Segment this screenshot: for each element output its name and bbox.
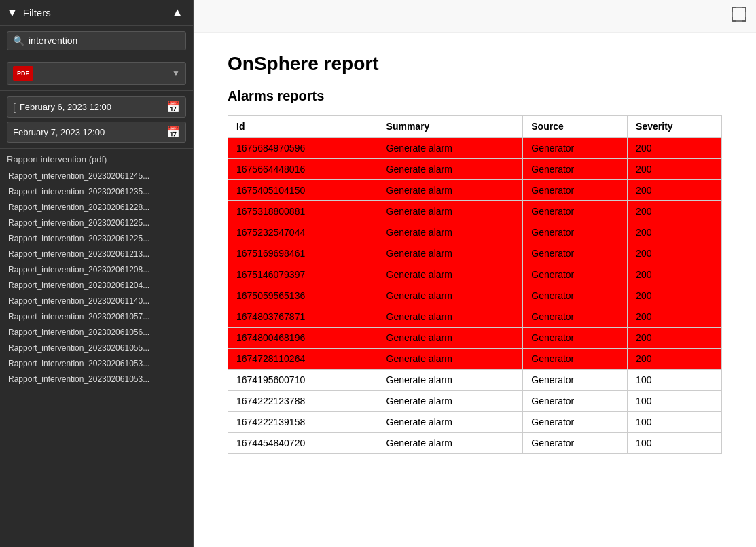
file-item[interactable]: Rapport_intervention_202302061053... xyxy=(7,372,186,387)
table-header-severity: Severity xyxy=(628,116,722,138)
search-input[interactable] xyxy=(29,35,180,46)
cell-source: Generator xyxy=(523,243,628,264)
cell-id: 1675146079397 xyxy=(228,264,378,285)
cell-summary: Generate alarm xyxy=(378,243,523,264)
table-row: 1675232547044Generate alarmGenerator200 xyxy=(228,222,722,243)
cell-source: Generator xyxy=(523,222,628,243)
cell-severity: 200 xyxy=(628,349,722,370)
date-from-value: February 6, 2023 12:00 xyxy=(20,102,111,112)
table-row: 1675664448016Generate alarmGenerator200 xyxy=(228,159,722,180)
cell-source: Generator xyxy=(523,349,628,370)
cell-severity: 100 xyxy=(628,433,722,454)
cell-source: Generator xyxy=(523,201,628,222)
table-row: 1674728110264Generate alarmGenerator200 xyxy=(228,349,722,370)
sidebar-header: ▼ Filters ▲ xyxy=(0,0,193,26)
cell-severity: 200 xyxy=(628,201,722,222)
table-header-source: Source xyxy=(523,116,628,138)
table-row: 1674803767871Generate alarmGenerator200 xyxy=(228,306,722,328)
collapse-button[interactable]: ▲ xyxy=(168,4,186,21)
sidebar: ▼ Filters ▲ 🔍 PDF ▼ [ February 6, 2023 1… xyxy=(0,0,194,547)
search-box: 🔍 xyxy=(7,31,186,50)
section-title: Alarms reports xyxy=(228,88,722,104)
cell-source: Generator xyxy=(523,391,628,412)
cell-source: Generator xyxy=(523,180,628,201)
cell-source: Generator xyxy=(523,433,628,454)
filters-label: Filters xyxy=(23,7,51,18)
search-icon: 🔍 xyxy=(13,35,24,46)
date-to-left: February 7, 2023 12:00 xyxy=(13,127,105,137)
date-from-left: [ February 6, 2023 12:00 xyxy=(13,102,111,113)
file-list-section: Rapport intervention (pdf) Rapport_inter… xyxy=(0,149,193,389)
cell-summary: Generate alarm xyxy=(378,370,523,391)
date-to-value: February 7, 2023 12:00 xyxy=(13,127,105,137)
cell-id: 1674800468196 xyxy=(228,328,378,349)
file-item[interactable]: Rapport_intervention_202302061208... xyxy=(7,262,186,277)
cell-source: Generator xyxy=(523,138,628,159)
cell-summary: Generate alarm xyxy=(378,180,523,201)
format-dropdown[interactable]: PDF ▼ xyxy=(7,62,186,85)
cell-summary: Generate alarm xyxy=(378,138,523,159)
file-item[interactable]: Rapport_intervention_202302061140... xyxy=(7,294,186,308)
table-row: 1675405104150Generate alarmGenerator200 xyxy=(228,180,722,201)
file-item[interactable]: Rapport_intervention_202302061235... xyxy=(7,184,186,199)
cell-severity: 200 xyxy=(628,138,722,159)
expand-button[interactable] xyxy=(729,5,749,27)
file-item[interactable]: Rapport_intervention_202302061225... xyxy=(7,231,186,246)
cell-id: 1675059565136 xyxy=(228,285,378,306)
cell-summary: Generate alarm xyxy=(378,391,523,412)
cell-summary: Generate alarm xyxy=(378,222,523,243)
cell-id: 1674803767871 xyxy=(228,306,378,328)
cell-id: 1674454840720 xyxy=(228,433,378,454)
cell-severity: 200 xyxy=(628,285,722,306)
table-header-summary: Summary xyxy=(378,116,523,138)
file-item[interactable]: Rapport_intervention_202302061225... xyxy=(7,215,186,230)
date-bracket-start: [ xyxy=(13,102,16,113)
date-from-row[interactable]: [ February 6, 2023 12:00 📅 xyxy=(7,96,186,118)
cell-id: 1675232547044 xyxy=(228,222,378,243)
cell-source: Generator xyxy=(523,370,628,391)
file-item[interactable]: Rapport_intervention_202302061228... xyxy=(7,200,186,215)
cell-severity: 200 xyxy=(628,180,722,201)
file-item[interactable]: Rapport_intervention_202302061204... xyxy=(7,278,186,293)
cell-severity: 200 xyxy=(628,222,722,243)
cell-source: Generator xyxy=(523,285,628,306)
cell-summary: Generate alarm xyxy=(378,306,523,328)
date-to-row[interactable]: February 7, 2023 12:00 📅 xyxy=(7,122,186,143)
file-item[interactable]: Rapport_intervention_202302061056... xyxy=(7,325,186,340)
cell-severity: 100 xyxy=(628,370,722,391)
file-item[interactable]: Rapport_intervention_202302061053... xyxy=(7,356,186,371)
pdf-icon: PDF xyxy=(13,66,33,81)
table-row: 1675146079397Generate alarmGenerator200 xyxy=(228,264,722,285)
cell-severity: 200 xyxy=(628,264,722,285)
cell-id: 1674195600710 xyxy=(228,370,378,391)
cell-severity: 200 xyxy=(628,243,722,264)
cell-id: 1675664448016 xyxy=(228,159,378,180)
main-content: OnSphere report Alarms reports IdSummary… xyxy=(194,0,756,547)
table-header-id: Id xyxy=(228,116,378,138)
svg-rect-0 xyxy=(732,7,746,21)
report-title: OnSphere report xyxy=(228,53,722,75)
file-item[interactable]: Rapport_intervention_202302061055... xyxy=(7,340,186,355)
file-item[interactable]: Rapport_intervention_202302061057... xyxy=(7,309,186,324)
table-row: 1674222123788Generate alarmGenerator100 xyxy=(228,391,722,412)
cell-id: 1674222123788 xyxy=(228,391,378,412)
cell-summary: Generate alarm xyxy=(378,201,523,222)
cell-id: 1674222139158 xyxy=(228,412,378,433)
cell-id: 1675684970596 xyxy=(228,138,378,159)
calendar-from-icon: 📅 xyxy=(166,101,180,113)
cell-severity: 200 xyxy=(628,159,722,180)
format-selector: PDF ▼ xyxy=(0,56,193,91)
table-row: 1675684970596Generate alarmGenerator200 xyxy=(228,138,722,159)
filter-icon: ▼ xyxy=(7,7,18,19)
cell-summary: Generate alarm xyxy=(378,412,523,433)
cell-id: 1675169698461 xyxy=(228,243,378,264)
cell-source: Generator xyxy=(523,159,628,180)
cell-summary: Generate alarm xyxy=(378,264,523,285)
cell-summary: Generate alarm xyxy=(378,159,523,180)
cell-id: 1674728110264 xyxy=(228,349,378,370)
file-item[interactable]: Rapport_intervention_202302061213... xyxy=(7,247,186,262)
file-item[interactable]: Rapport_intervention_202302061245... xyxy=(7,169,186,183)
cell-severity: 100 xyxy=(628,391,722,412)
table-row: 1675318800881Generate alarmGenerator200 xyxy=(228,201,722,222)
toolbar xyxy=(194,0,756,33)
